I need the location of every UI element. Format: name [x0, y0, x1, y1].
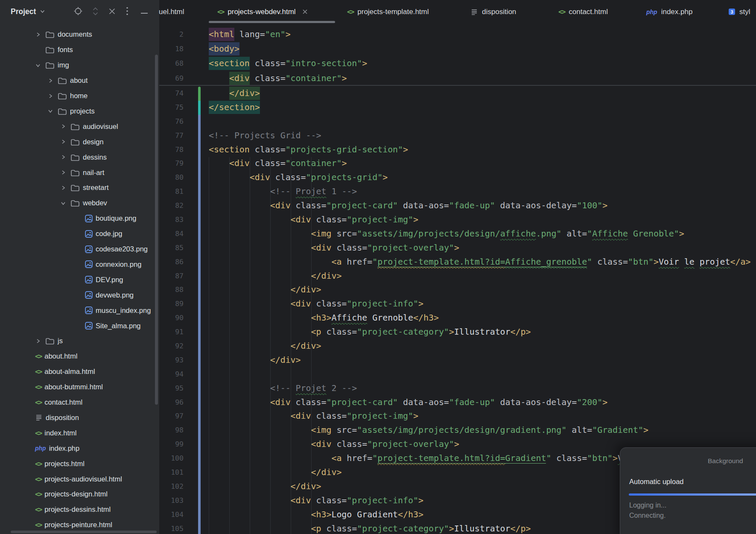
code-line[interactable]: 90 <h3>Affiche Grenoble</h3>	[159, 311, 756, 325]
code-line[interactable]: 92 </div>	[159, 339, 756, 353]
tree-item-nail-art[interactable]: nail-art	[0, 165, 159, 180]
tree-item-index-php[interactable]: phpindex.php	[0, 441, 159, 456]
code-line[interactable]: 78<section class="projects-grid-section"…	[159, 143, 756, 157]
tree-item-code-jpg[interactable]: code.jpg	[0, 226, 159, 242]
tree-item-projects[interactable]: projects	[0, 104, 159, 119]
code-line[interactable]: 76	[159, 115, 756, 129]
code-line[interactable]: 79 <div class="container">	[159, 157, 756, 171]
upload-progress-bar	[629, 493, 756, 496]
code-line[interactable]: 82 <div class="project-card" data-aos="f…	[159, 199, 756, 213]
tree-item-projects-dessins-html[interactable]: <>projects-dessins.html	[0, 502, 159, 517]
tree-vertical-scrollbar[interactable]	[155, 55, 158, 405]
chevron-right-icon[interactable]	[47, 93, 54, 99]
chevron-right-icon[interactable]	[60, 123, 67, 130]
tree-item-contact-html[interactable]: <>contact.html	[0, 395, 159, 410]
tree-item-audiovisuel[interactable]: audiovisuel	[0, 119, 159, 134]
project-widget[interactable]: Project	[11, 0, 45, 23]
code-line[interactable]: 88 </div>	[159, 283, 756, 297]
chevron-right-icon[interactable]	[60, 154, 67, 160]
chevron-right-icon[interactable]	[60, 169, 67, 176]
code-line[interactable]: 80 <div class="projects-grid">	[159, 171, 756, 185]
code-line[interactable]: 84 <img src="assets/img/projects/design/…	[159, 227, 756, 241]
hide-panel-button[interactable]	[139, 7, 149, 17]
line-number: 93	[159, 353, 184, 368]
tree-item-site-alma-png[interactable]: Site_alma.png	[0, 318, 159, 333]
code-line[interactable]: 96 <div class="project-card" data-aos="f…	[159, 396, 756, 410]
code-line[interactable]: 69 <div class="container">	[159, 71, 756, 86]
tree-item-disposition[interactable]: disposition	[0, 410, 159, 426]
code-line[interactable]: 89 <div class="project-info">	[159, 297, 756, 311]
tab-projects-template-html[interactable]: <>projects-template.html	[339, 0, 429, 23]
locate-file-button[interactable]	[73, 7, 83, 17]
code-line[interactable]: 85 <div class="project-overlay">	[159, 241, 756, 255]
tree-item-img[interactable]: img	[0, 58, 159, 73]
tree-item-projects-audiovisuel-html[interactable]: <>projects-audiovisuel.html	[0, 471, 159, 487]
code-line[interactable]: 86 <a href="project-template.html?id=Aff…	[159, 255, 756, 269]
chevron-down-icon[interactable]	[60, 200, 67, 207]
tree-item-about[interactable]: about	[0, 73, 159, 88]
tab-uel-html[interactable]: uel.html	[159, 0, 184, 23]
tree-item-about-alma-html[interactable]: <>about-alma.html	[0, 364, 159, 379]
code-line[interactable]: 93 </div>	[159, 353, 756, 368]
line-number: 90	[159, 311, 184, 325]
tree-item-dessins[interactable]: dessins	[0, 149, 159, 165]
tab-contact-html[interactable]: <>contact.html	[550, 0, 608, 23]
tree-item-about-html[interactable]: <>about.html	[0, 349, 159, 364]
chevron-right-icon[interactable]	[47, 77, 54, 84]
tree-item-home[interactable]: home	[0, 88, 159, 104]
chevron-right-icon[interactable]	[35, 338, 42, 344]
tab-index-php[interactable]: phpindex.php	[638, 0, 692, 23]
tree-item-design[interactable]: design	[0, 134, 159, 149]
code-line[interactable]: 68<section class="intro-section">	[159, 56, 756, 71]
chevron-right-icon[interactable]	[60, 138, 67, 145]
line-number: 74	[159, 87, 184, 101]
tree-item-js[interactable]: js	[0, 333, 159, 349]
tree-item-boutique-png[interactable]: boutique.png	[0, 211, 159, 226]
code-line[interactable]: 77<!-- Projects Grid -->	[159, 129, 756, 143]
code-line[interactable]: 87 </div>	[159, 269, 756, 283]
tree-item-documents[interactable]: documents	[0, 27, 159, 42]
svg-text:3: 3	[730, 9, 733, 15]
line-number: 18	[159, 42, 184, 56]
tree-item-devweb-png[interactable]: devweb.png	[0, 287, 159, 303]
code-line[interactable]: 75</section>	[159, 101, 756, 115]
code-line[interactable]: 95 <!-- Projet 2 -->	[159, 382, 756, 396]
tab-styl[interactable]: 3styl	[720, 0, 750, 23]
line-number: 97	[159, 409, 184, 423]
tree-item-index-html[interactable]: <>index.html	[0, 425, 159, 441]
panel-options-button[interactable]	[122, 7, 132, 17]
tab-projects-webdev-html[interactable]: <>projects-webdev.html	[209, 0, 308, 23]
code-line[interactable]: 97 <div class="project-img">	[159, 409, 756, 423]
code-line[interactable]: 98 <img src="assets/img/projects/design/…	[159, 423, 756, 438]
tree-item-webdev[interactable]: webdev	[0, 196, 159, 211]
collapse-all-button[interactable]	[107, 7, 117, 17]
tree-item-connexion-png[interactable]: connexion.png	[0, 257, 159, 272]
chevron-down-icon[interactable]	[47, 108, 54, 114]
tree-item-projects-html[interactable]: <>projects.html	[0, 456, 159, 471]
close-icon[interactable]	[302, 9, 308, 15]
code-line[interactable]: 83 <div class="project-img">	[159, 213, 756, 227]
tree-item-streetart[interactable]: streetart	[0, 180, 159, 196]
tree-item-codesae203-png[interactable]: codesae203.png	[0, 242, 159, 257]
chevron-right-icon[interactable]	[35, 31, 42, 38]
chevron-down-icon[interactable]	[35, 62, 42, 69]
folder-icon	[45, 46, 55, 54]
code-line[interactable]: 94	[159, 368, 756, 382]
tree-horizontal-scrollbar[interactable]	[11, 531, 157, 533]
tree-item-fonts[interactable]: fonts	[0, 42, 159, 58]
tree-item-muscu-index-png[interactable]: muscu_index.png	[0, 303, 159, 318]
code-line[interactable]: 2<html lang="en">	[159, 27, 756, 42]
tree-item-projects-design-html[interactable]: <>projects-design.html	[0, 487, 159, 502]
code-line[interactable]: 18<body>	[159, 42, 756, 56]
expand-all-button[interactable]	[90, 7, 100, 17]
code-line[interactable]: 91 <p class="project-category">Illustrat…	[159, 325, 756, 339]
tree-item-dev-png[interactable]: DEV.png	[0, 272, 159, 287]
folder-icon	[70, 169, 80, 177]
code-line[interactable]: 74 </div>	[159, 87, 756, 101]
tab-disposition[interactable]: disposition	[462, 0, 516, 23]
kebab-menu-icon	[126, 6, 128, 18]
chevron-right-icon[interactable]	[60, 184, 67, 191]
code-line[interactable]: 81 <!-- Projet 1 -->	[159, 185, 756, 199]
tree-item-about-butmmi-html[interactable]: <>about-butmmi.html	[0, 379, 159, 395]
tab-label: projects-template.html	[357, 8, 429, 16]
